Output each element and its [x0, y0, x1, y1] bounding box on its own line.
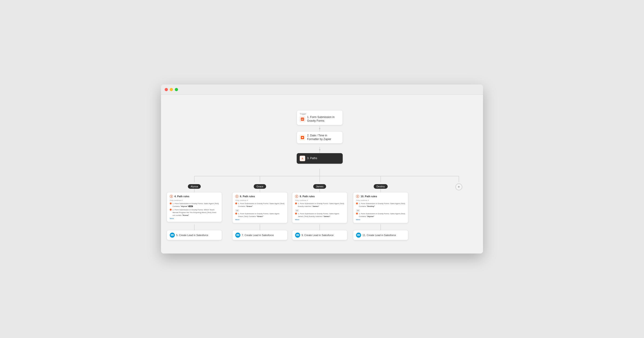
svg-point-17 [319, 128, 320, 129]
destiny-condition-1: 1. Form Submission in Gravity Forms: Sal… [356, 202, 405, 208]
path-pill-alyssa: Alyssa [188, 184, 201, 189]
james-condition-1: 1. Form Submission in Gravity Forms: Sal… [295, 202, 344, 208]
path-pill-grace: Grace [254, 184, 266, 189]
gravity-forms-icon: GF [300, 116, 305, 122]
minimize-button[interactable] [170, 88, 173, 91]
maximize-button[interactable] [175, 88, 178, 91]
salesforce-grace[interactable]: 7. Create Lead in Salesforce [232, 230, 288, 240]
alyssa-condition-1: 1. Form Submission in Gravity Forms: Sal… [170, 202, 219, 208]
workflow-canvas: Trigger GF 1. Form Submission in Gravity… [161, 95, 483, 254]
grace-condition-label: Only continue if [235, 199, 284, 201]
formatter-title: 2. Date / Time in Formatter by Zapier [307, 134, 340, 141]
path-rule-destiny[interactable]: 10. Path rules Only continue if 1. Form … [353, 192, 408, 223]
salesforce-icon-james [295, 233, 300, 238]
add-path-button[interactable]: + [456, 183, 462, 190]
trigger-node[interactable]: Trigger GF 1. Form Submission in Gravity… [297, 110, 343, 125]
salesforce-icon-alyssa [170, 233, 175, 238]
salesforce-alyssa[interactable]: 5. Create Lead in Salesforce [167, 230, 222, 240]
destiny-or-badge: or [356, 209, 360, 212]
app-window: Trigger GF 1. Form Submission in Gravity… [161, 84, 483, 254]
paths-title: 3. Paths [307, 157, 317, 160]
salesforce-icon-grace [235, 233, 240, 238]
salesforce-destiny[interactable]: 11. Create Lead in Salesforce [353, 230, 408, 240]
path-rule-alyssa[interactable]: 4. Path rules Only continue if 1. Form S… [167, 192, 222, 222]
svg-point-18 [319, 149, 320, 150]
alyssa-condition-2: 1. Form Submission in Gravity Forms: Whi… [170, 208, 219, 217]
alyssa-more-link[interactable]: More [170, 217, 219, 219]
grace-more-link[interactable]: More [235, 219, 284, 221]
path-pill-destiny: Destiny [374, 184, 388, 189]
salesforce-alyssa-title: 5. Create Lead in Salesforce [170, 233, 219, 238]
destiny-condition-label: Only continue if [356, 199, 405, 201]
grace-or-badge: or [235, 209, 239, 212]
path-pill-james: James [313, 184, 326, 189]
trigger-title: 1. Form Submission in Gravity Forms [307, 116, 340, 123]
path-rule-james-title: 8. Path rules [295, 195, 344, 198]
salesforce-james-title: 9. Create Lead in Salesforce [295, 233, 344, 238]
grace-condition-2: 1. Form Submission in Gravity Forms: Sal… [235, 212, 284, 218]
zapier-formatter-icon [300, 135, 305, 140]
formatter-node[interactable]: 2. Date / Time in Formatter by Zapier [297, 131, 343, 144]
close-button[interactable] [165, 88, 168, 91]
salesforce-icon-destiny [356, 233, 361, 238]
paths-node[interactable]: 3. Paths [297, 153, 343, 164]
trigger-label: Trigger [300, 113, 340, 115]
james-or-badge: or [295, 209, 299, 212]
james-condition-label: Only continue if [295, 199, 344, 201]
path-rule-james[interactable]: 8. Path rules Only continue if 1. Form S… [292, 192, 347, 223]
salesforce-grace-title: 7. Create Lead in Salesforce [235, 233, 284, 238]
titlebar [161, 84, 483, 95]
path-rule-grace[interactable]: 6. Path rules Only continue if 1. Form S… [232, 192, 288, 223]
destiny-condition-2: 1. Form Submission in Gravity Forms: Sal… [356, 212, 405, 218]
grace-condition-1: 1. Form Submission in Gravity Forms: Sal… [235, 202, 284, 208]
path-rule-grace-title: 6. Path rules [235, 195, 284, 198]
alyssa-condition-label: Only continue if [170, 199, 219, 201]
path-rule-alyssa-title: 4. Path rules [170, 195, 219, 198]
path-rule-destiny-title: 10. Path rules [356, 195, 405, 198]
james-condition-2: 1. Form Submission in Gravity Forms: Sal… [295, 212, 344, 218]
james-more-link[interactable]: More [295, 219, 344, 221]
salesforce-james[interactable]: 9. Create Lead in Salesforce [292, 230, 347, 240]
salesforce-destiny-title: 11. Create Lead in Salesforce [356, 233, 405, 238]
destiny-more-link[interactable]: More [356, 219, 405, 221]
svg-text:GF: GF [301, 118, 304, 120]
paths-icon [300, 156, 305, 161]
